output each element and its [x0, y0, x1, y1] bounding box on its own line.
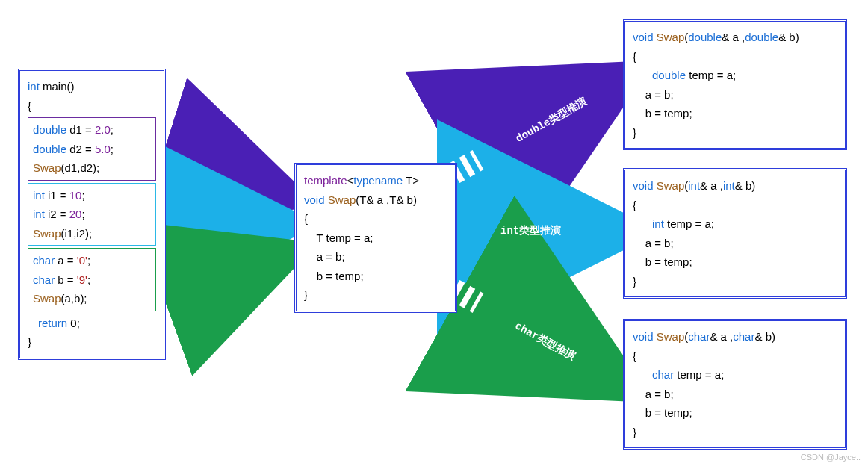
output-char-box: void Swap(char& a ,char& b) { char temp …	[623, 319, 847, 450]
output-int-box: void Swap(int& a ,int& b) { int temp = a…	[623, 168, 847, 299]
kw-int: int	[28, 80, 40, 93]
template-code-box: template<typename T> void Swap(T& a ,T& …	[294, 163, 457, 313]
output-double-box: void Swap(double& a ,double& b) { double…	[623, 19, 847, 150]
block-double: double d1 = 2.0; double d2 = 5.0; Swap(d…	[28, 117, 156, 181]
main-code-box: int main() { double d1 = 2.0; double d2 …	[18, 69, 166, 360]
block-char: char a = '0'; char b = '9'; Swap(a,b);	[28, 248, 156, 311]
arrow-label-double: double类型推演	[513, 95, 589, 145]
svg-line-0	[454, 160, 478, 173]
svg-line-1	[454, 290, 478, 303]
arrow-label-int: int类型推演	[500, 224, 561, 237]
watermark: CSDN @Jayce..	[801, 453, 861, 462]
arrow-label-char: char类型推演	[512, 319, 577, 363]
arrow-main-char-to-template	[164, 254, 288, 299]
arrow-main-double-to-template	[164, 157, 288, 196]
fn-main: main	[43, 80, 67, 93]
block-int: int i1 = 10; int i2 = 20; Swap(i1,i2);	[28, 183, 156, 246]
